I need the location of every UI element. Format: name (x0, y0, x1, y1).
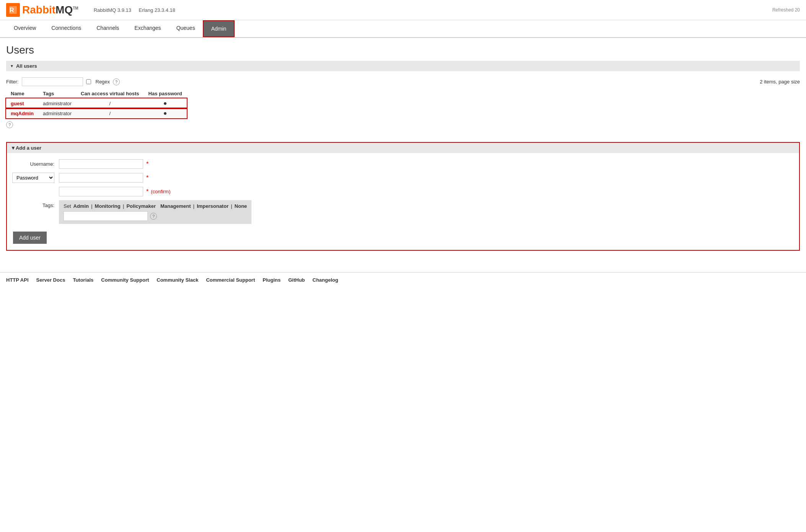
logo-tm: TM (73, 6, 78, 10)
add-user-collapse-icon: ▼ (11, 145, 16, 151)
add-user-body: Username: * Password No password Hashed … (7, 153, 799, 250)
tags-sep-4: | (231, 203, 232, 209)
tags-input[interactable] (64, 211, 148, 221)
tags-area: Set Admin | Monitoring | Policymaker Man… (59, 200, 251, 224)
tag-admin-link[interactable]: Admin (73, 203, 89, 209)
footer-server-docs[interactable]: Server Docs (36, 277, 65, 283)
users-table: Name Tags Can access virtual hosts Has p… (6, 89, 187, 118)
footer-changelog[interactable]: Changelog (313, 277, 338, 283)
all-users-section: ▼ All users Filter: Regex ? 2 items, pag… (6, 61, 800, 134)
tags-set-label: Set (64, 203, 71, 209)
user-name-guest: guest (6, 98, 38, 109)
page-content: Users ▼ All users Filter: Regex ? 2 item… (0, 38, 806, 257)
footer-tutorials[interactable]: Tutorials (73, 277, 93, 283)
password-input[interactable] (59, 173, 143, 183)
user-name-mqadmin: mqAdmin (6, 108, 38, 118)
erlang-version: Erlang 23.3.4.18 (139, 7, 175, 13)
tags-set-row: Set Admin | Monitoring | Policymaker Man… (64, 203, 247, 209)
logo-text: RabbitMQTM (22, 4, 78, 16)
user-tags-mqadmin: administrator (38, 108, 76, 118)
col-vhosts: Can access virtual hosts (76, 89, 144, 98)
nav-channels[interactable]: Channels (89, 20, 127, 37)
footer-plugins[interactable]: Plugins (263, 277, 281, 283)
tag-policymaker-link[interactable]: Policymaker (126, 203, 156, 209)
col-password: Has password (144, 89, 187, 98)
footer: HTTP API Server Docs Tutorials Community… (0, 272, 806, 287)
username-row: Username: * (13, 159, 793, 169)
username-required-icon: * (146, 161, 148, 168)
user-password-guest: ● (144, 98, 187, 109)
tags-sep-2: | (123, 203, 124, 209)
logo: R RabbitMQTM (6, 3, 78, 17)
password-confirm-required-icon: * (146, 188, 148, 195)
col-name: Name (6, 89, 38, 98)
password-confirm-input[interactable] (59, 187, 143, 196)
regex-label: Regex (96, 79, 110, 85)
svg-text:R: R (10, 7, 14, 13)
tags-help-icon[interactable]: ? (150, 213, 157, 220)
all-users-body: Filter: Regex ? 2 items, page size Name … (6, 71, 800, 134)
add-user-title: Add a user (16, 145, 41, 151)
nav-connections[interactable]: Connections (44, 20, 89, 37)
password-type-select[interactable]: Password No password Hashed (12, 173, 54, 183)
filter-input[interactable] (22, 77, 83, 86)
all-users-header[interactable]: ▼ All users (6, 61, 800, 71)
all-users-label: All users (16, 63, 37, 69)
nav-admin[interactable]: Admin (203, 20, 235, 37)
footer-community-support[interactable]: Community Support (101, 277, 149, 283)
table-row: guest administrator / ● (6, 98, 187, 109)
collapse-arrow-icon: ▼ (10, 64, 14, 68)
version-info: RabbitMQ 3.9.13 Erlang 23.3.4.18 (94, 7, 181, 13)
rabbitmq-logo-icon: R (6, 3, 20, 17)
nav: Overview Connections Channels Exchanges … (0, 20, 806, 38)
refreshed-label: Refreshed 20 (772, 7, 800, 13)
rabbitmq-version: RabbitMQ 3.9.13 (94, 7, 131, 13)
footer-commercial-support[interactable]: Commercial Support (206, 277, 255, 283)
footer-github[interactable]: GitHub (288, 277, 305, 283)
add-user-header[interactable]: ▼ Add a user (7, 143, 799, 153)
tag-none-link[interactable]: None (235, 203, 247, 209)
password-required-icon: * (146, 175, 148, 181)
filter-row: Filter: Regex ? 2 items, page size (6, 74, 800, 89)
page-title: Users (6, 44, 800, 56)
username-label: Username: (13, 161, 59, 167)
tags-row: Tags: Set Admin | Monitoring | Policymak… (13, 200, 793, 224)
regex-checkbox[interactable] (86, 79, 91, 84)
nav-overview[interactable]: Overview (6, 20, 44, 37)
username-input[interactable] (59, 159, 143, 169)
tag-impersonator-link[interactable]: Impersonator (197, 203, 228, 209)
password-confirm-row: * (confirm) (13, 187, 793, 196)
tags-label: Tags: (13, 200, 59, 208)
add-user-section: ▼ Add a user Username: * Password No pas… (6, 142, 800, 251)
nav-exchanges[interactable]: Exchanges (127, 20, 168, 37)
nav-queues[interactable]: Queues (169, 20, 203, 37)
user-vhosts-mqadmin: / (76, 108, 144, 118)
user-password-mqadmin: ● (144, 108, 187, 118)
tag-monitoring-link[interactable]: Monitoring (95, 203, 121, 209)
tags-sep-3: | (193, 203, 194, 209)
regex-help-icon[interactable]: ? (113, 78, 120, 85)
add-user-button[interactable]: Add user (13, 232, 47, 244)
user-vhosts-guest: / (76, 98, 144, 109)
tags-input-row: ? (64, 211, 247, 221)
user-tags-guest: administrator (38, 98, 76, 109)
footer-http-api[interactable]: HTTP API (6, 277, 29, 283)
filter-label: Filter: (6, 79, 19, 85)
header: R RabbitMQTM RabbitMQ 3.9.13 Erlang 23.3… (0, 0, 806, 20)
col-tags: Tags (38, 89, 76, 98)
table-row: mqAdmin administrator / ● (6, 108, 187, 118)
table-help-icon[interactable]: ? (6, 121, 13, 128)
user-link-mqadmin[interactable]: mqAdmin (11, 111, 34, 116)
items-info: 2 items, page size (760, 79, 800, 85)
footer-community-slack[interactable]: Community Slack (157, 277, 198, 283)
password-row: Password No password Hashed * (13, 173, 793, 183)
tag-management-link[interactable]: Management (160, 203, 191, 209)
user-link-guest[interactable]: guest (11, 101, 24, 106)
tags-sep-1: | (91, 203, 93, 209)
confirm-text: (confirm) (151, 189, 170, 194)
